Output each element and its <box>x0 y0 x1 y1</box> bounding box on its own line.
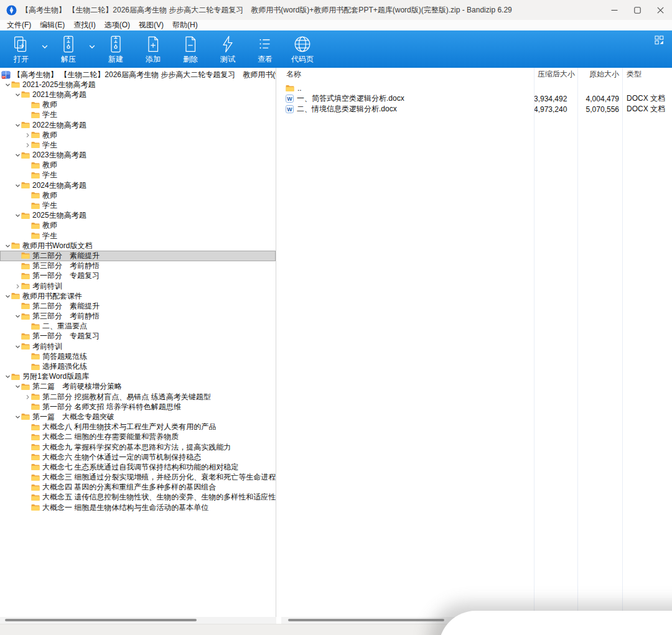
tree-item[interactable]: 第一篇 大概念专题突破 <box>0 412 276 422</box>
test-button[interactable]: 测试 <box>210 30 245 68</box>
open-button[interactable]: 打开 <box>4 30 39 68</box>
tree-item[interactable]: 教师 <box>0 100 276 110</box>
tree-item[interactable]: 另附1套Word版题库 <box>0 372 276 382</box>
tree-item[interactable]: 第二部分 素能提升 <box>0 251 276 261</box>
tree-item[interactable]: 选择题强化练 <box>0 361 276 371</box>
chevron-down-icon[interactable] <box>14 183 21 188</box>
chevron-right-icon[interactable] <box>24 132 31 138</box>
column-header-name[interactable]: 名称 <box>281 68 534 82</box>
tree-item[interactable]: 学生 <box>0 170 276 180</box>
tree-item[interactable]: 学生 <box>0 231 276 241</box>
tree-item[interactable]: 学生 <box>0 110 276 120</box>
tree-item[interactable]: 第二篇 考前硬核增分策略 <box>0 382 276 392</box>
menu-item-edit[interactable]: 编辑(E) <box>35 20 69 30</box>
chevron-down-icon[interactable] <box>4 82 11 88</box>
tree-item[interactable]: 大概念一 细胞是生物体结构与生命活动的基本单位 <box>0 503 276 512</box>
tree-item[interactable]: 大概念六 生物个体通过一定的调节机制保持稳态 <box>0 452 276 462</box>
new-button[interactable]: 新建 <box>98 30 133 68</box>
menu-item-help[interactable]: 帮助(H) <box>168 20 202 30</box>
column-header-type[interactable]: 类型 <box>622 68 672 82</box>
tree-item[interactable]: 第一部分 专题复习 <box>0 331 276 341</box>
minimize-button[interactable] <box>603 0 626 20</box>
chevron-right-icon[interactable] <box>24 142 31 148</box>
tree-item[interactable]: 学生 <box>0 200 276 210</box>
tree-item[interactable]: 教师用书配套课件 <box>0 291 276 301</box>
tree-item[interactable]: 教师用书Word版文档 <box>0 241 276 251</box>
tree-item[interactable]: 学生 <box>0 140 276 150</box>
menu-item-file[interactable]: 文件(F) <box>2 20 35 30</box>
tree-item[interactable]: 第二部分 素能提升 <box>0 301 276 311</box>
folder-icon <box>31 232 40 239</box>
tree-item[interactable]: ZIP【高考生物】 【生物二轮】2026届高考生物 步步高大二轮专题复习 教师用… <box>0 70 276 80</box>
file-row[interactable]: W二、情境信息类逻辑分析.docx4,973,2405,070,556DOCX … <box>281 104 672 114</box>
tree-item[interactable]: 2025生物高考题 <box>0 211 276 221</box>
tree-item[interactable]: 第一部分 专题复习 <box>0 271 276 281</box>
tree-item[interactable]: 大概念五 遗传信息控制生物性状、生物的变异、生物的多样性和适应性是进化的结果 <box>0 493 276 503</box>
close-button[interactable] <box>649 0 672 20</box>
chevron-down-icon[interactable] <box>14 152 21 158</box>
tree-item[interactable]: 教师 <box>0 190 276 200</box>
tree-item[interactable]: 大概念二 细胞的生存需要能量和营养物质 <box>0 432 276 442</box>
tree-item[interactable]: 二、重温要点 <box>0 322 276 331</box>
tree-item[interactable]: 考前特训 <box>0 341 276 351</box>
add-button[interactable]: 添加 <box>136 30 170 68</box>
column-header-original-size[interactable]: 原始大小 <box>577 68 622 82</box>
tree-item[interactable]: 第一部分 名师支招 培养学科特色解题思维 <box>0 402 276 412</box>
chevron-down-icon[interactable] <box>14 92 21 98</box>
view-button[interactable]: 查看 <box>248 30 282 68</box>
tree-item[interactable]: 大概念九 掌握科学探究的基本思路和方法，提高实践能力 <box>0 442 276 452</box>
extract-button[interactable]: 解压 <box>51 30 86 68</box>
column-header-packed-size[interactable]: 压缩后大小 <box>534 68 577 82</box>
folder-icon <box>21 262 30 270</box>
codepage-button[interactable]: 代码页 <box>285 30 320 68</box>
tree-item-label: 大概念八 利用生物技术与工程生产对人类有用的产品 <box>42 422 216 432</box>
chevron-down-icon[interactable] <box>14 344 21 350</box>
menu-item-find[interactable]: 查找(I) <box>69 20 100 30</box>
tree-item[interactable]: 考前特训 <box>0 281 276 291</box>
chevron-right-icon[interactable] <box>14 284 21 289</box>
tree-item[interactable]: 大概念三 细胞通过分裂实现增殖，并经历分化、衰老和死亡等生命进程 <box>0 473 276 483</box>
folder-icon <box>31 504 40 511</box>
tree-item-label: 教师 <box>42 220 57 231</box>
tree-item-label: 2023生物高考题 <box>32 150 86 160</box>
tree-item[interactable]: 第三部分 考前静悟 <box>0 261 276 271</box>
tree-item[interactable]: 教师 <box>0 160 276 170</box>
tree-item[interactable]: 大概念七 生态系统通过自我调节保持结构和功能的相对稳定 <box>0 462 276 472</box>
tree-item-label: 学生 <box>42 231 57 241</box>
tree-item[interactable]: 大概念八 利用生物技术与工程生产对人类有用的产品 <box>0 422 276 432</box>
chevron-down-icon[interactable] <box>14 384 21 389</box>
chevron-down-icon[interactable] <box>14 414 21 420</box>
chevron-down-icon[interactable] <box>14 123 21 128</box>
chevron-right-icon[interactable] <box>24 394 31 400</box>
tree-item-label: 第二篇 考前硬核增分策略 <box>32 381 122 392</box>
file-row[interactable]: W一、简答式填空类逻辑分析.docx3,934,4924,004,479DOCX… <box>281 93 672 104</box>
extract-dropdown-button[interactable] <box>87 37 97 55</box>
menu-item-options[interactable]: 选项(O) <box>100 20 134 30</box>
tree-item[interactable]: 2021生物高考题 <box>0 90 276 100</box>
tree-item[interactable]: 2024生物高考题 <box>0 180 276 190</box>
filelist-scrollbar-thumb[interactable] <box>288 619 444 621</box>
maximize-button[interactable] <box>626 0 649 20</box>
tree-item[interactable]: 2023生物高考题 <box>0 151 276 160</box>
tree-item[interactable]: 教师 <box>0 221 276 231</box>
tree-item[interactable]: 大概念四 基因的分离和重组产生多种多样的基因组合 <box>0 483 276 493</box>
tree-item[interactable]: 简答题规范练 <box>0 351 276 361</box>
layout-toggle-icon[interactable] <box>655 35 664 45</box>
tree-scrollbar-thumb[interactable] <box>5 619 197 621</box>
tree-item[interactable]: 第二部分 挖掘教材盲点、易错点 练透高考关键题型 <box>0 392 276 402</box>
chevron-down-icon[interactable] <box>4 294 11 299</box>
window-controls <box>603 0 672 20</box>
open-dropdown-button[interactable] <box>40 37 50 55</box>
tree-item[interactable]: 第三部分 考前静悟 <box>0 312 276 322</box>
tree-item-label: 2022生物高考题 <box>32 120 86 131</box>
chevron-down-icon[interactable] <box>14 213 21 218</box>
delete-button[interactable]: 删除 <box>173 30 208 68</box>
chevron-down-icon[interactable] <box>4 374 11 379</box>
menu-item-view[interactable]: 视图(V) <box>134 20 168 30</box>
file-row[interactable]: .. <box>281 83 672 93</box>
chevron-down-icon[interactable] <box>4 243 11 249</box>
tree-item[interactable]: 教师 <box>0 130 276 140</box>
chevron-down-icon[interactable] <box>14 313 21 319</box>
tree-item[interactable]: 2022生物高考题 <box>0 120 276 130</box>
tree-item[interactable]: 2021-2025生物高考题 <box>0 80 276 90</box>
